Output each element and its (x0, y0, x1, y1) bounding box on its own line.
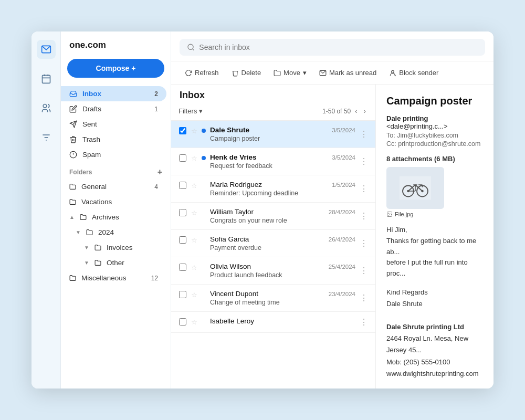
move-button[interactable]: Move ▾ (268, 66, 312, 80)
email-more-button[interactable]: ⋮ (360, 317, 368, 327)
email-content: Maria Rodriguez Reminder: Upcoming deadl… (210, 181, 328, 197)
email-row[interactable]: ☆ William Taylor Congrats on your new ro… (171, 203, 375, 230)
sender-name: Isabelle Leroy (210, 317, 351, 325)
email-checkbox[interactable] (178, 209, 187, 216)
general-badge: 4 (154, 183, 158, 191)
email-checkbox[interactable] (178, 236, 187, 244)
move-icon (274, 69, 281, 77)
email-more-button[interactable]: ⋮ (360, 293, 368, 303)
collapse-archives-icon: ▲ (69, 214, 75, 220)
sender-name: Dale Shrute (210, 126, 328, 134)
search-input[interactable] (199, 43, 478, 51)
search-box[interactable] (180, 39, 485, 56)
star-icon[interactable]: ☆ (191, 127, 197, 135)
delete-icon (232, 69, 239, 77)
email-checkbox[interactable] (178, 291, 187, 298)
email-date: 3/5/2024 (332, 127, 355, 133)
filters-button[interactable]: Filters ▾ (178, 107, 203, 115)
sidebar-item-general[interactable]: General 4 (61, 179, 166, 194)
sidebar-item-2024[interactable]: ▼ 2024 (61, 225, 166, 240)
email-row[interactable]: ☆ Vincent Dupont Change of meeting time … (171, 285, 375, 312)
email-more-button[interactable]: ⋮ (360, 266, 368, 276)
icon-bar (32, 32, 61, 388)
unread-dot (202, 156, 206, 160)
email-row[interactable]: ☆ Isabelle Leroy ⋮ (171, 312, 375, 333)
inbox-label: Inbox (82, 90, 101, 98)
sidebar-item-archives[interactable]: ▲ Archives (61, 209, 166, 225)
contacts-icon[interactable] (37, 99, 56, 118)
sidebar-item-trash[interactable]: Trash (61, 132, 166, 147)
email-more-button[interactable]: ⋮ (360, 238, 368, 248)
block-icon (389, 69, 396, 77)
next-page-button[interactable]: › (362, 106, 368, 116)
from-email: <dale@printing.c...> (386, 122, 448, 130)
sidebar-item-invoices[interactable]: ▼ Invoices (61, 240, 166, 255)
detail-from: Dale printing <dale@printing.c...> (386, 114, 483, 130)
email-date: 3/5/2024 (332, 154, 355, 161)
filter-chevron-icon: ▾ (199, 107, 203, 115)
prev-page-button[interactable]: ‹ (353, 106, 359, 116)
calendar-icon[interactable] (37, 69, 56, 88)
email-more-button[interactable]: ⋮ (360, 184, 368, 194)
from-name: Dale printing (386, 114, 428, 122)
email-date: 25/4/2024 (329, 264, 355, 270)
email-checkbox[interactable] (178, 127, 187, 134)
email-row[interactable]: ☆ Henk de Vries Request for feedback 3/5… (171, 148, 375, 175)
misc-badge: 12 (151, 275, 158, 282)
sender-name: Sofia Garcia (210, 235, 324, 243)
folder-archives-icon (80, 214, 87, 220)
mail-icon[interactable] (37, 40, 56, 59)
email-more-button[interactable]: ⋮ (360, 156, 368, 166)
sidebar-item-drafts[interactable]: Drafts 1 (61, 101, 166, 117)
email-date: 1/5/2024 (332, 182, 355, 188)
star-icon[interactable]: ☆ (191, 209, 197, 217)
star-icon[interactable]: ☆ (191, 264, 197, 271)
compose-button[interactable]: Compose + (67, 59, 164, 78)
email-more-button[interactable]: ⋮ (360, 211, 368, 221)
sidebar-item-sent[interactable]: Sent (61, 117, 166, 132)
read-dot (202, 208, 206, 212)
read-dot (202, 235, 206, 239)
star-icon[interactable]: ☆ (191, 236, 197, 244)
folder-misc-icon (69, 275, 76, 281)
email-row[interactable]: ☆ Dale Shrute Campaign poster 3/5/2024 ⋮ (171, 121, 375, 148)
star-icon[interactable]: ☆ (191, 154, 197, 162)
svg-line-18 (395, 75, 396, 76)
email-more-button[interactable]: ⋮ (360, 129, 368, 139)
email-checkbox[interactable] (178, 154, 187, 162)
refresh-button[interactable]: Refresh (180, 66, 224, 80)
email-content: Olivia Wilson Product launch feedback (210, 262, 324, 279)
email-checkbox[interactable] (178, 264, 187, 271)
email-row[interactable]: ☆ Olivia Wilson Product launch feedback … (171, 257, 375, 285)
sidebar-item-inbox[interactable]: Inbox 2 (61, 86, 166, 101)
email-checkbox[interactable] (178, 182, 187, 189)
block-sender-button[interactable]: Block sender (384, 66, 444, 80)
svg-rect-1 (42, 75, 50, 83)
add-folder-button[interactable]: + (158, 167, 162, 177)
star-icon[interactable]: ☆ (191, 291, 197, 299)
sidebar-item-vacations[interactable]: Vacations (61, 194, 166, 209)
sender-name: Vincent Dupont (210, 290, 324, 298)
email-content: Isabelle Leroy (210, 317, 351, 326)
mark-unread-button[interactable]: Mark as unread (314, 66, 382, 80)
vacations-label: Vacations (81, 198, 112, 206)
filters-label: Filters (178, 107, 197, 115)
invoices-label: Invoices (107, 244, 133, 251)
delete-button[interactable]: Delete (226, 66, 267, 80)
star-icon[interactable]: ☆ (191, 318, 197, 326)
email-row[interactable]: ☆ Maria Rodriguez Reminder: Upcoming dea… (171, 175, 375, 203)
inbox-badge: 2 (154, 90, 158, 98)
sidebar-item-spam[interactable]: Spam (61, 147, 166, 162)
email-date: 23/4/2024 (329, 291, 355, 297)
trash-icon (69, 135, 77, 143)
star-icon[interactable]: ☆ (191, 182, 197, 190)
filter-icon[interactable] (37, 128, 56, 147)
email-row[interactable]: ☆ Sofia Garcia Payment overdue 26/4/2024… (171, 230, 375, 257)
sidebar-item-miscellaneous[interactable]: Miscellaneous 12 (61, 270, 166, 286)
refresh-icon (185, 69, 192, 77)
unread-dot (202, 129, 206, 133)
email-checkbox[interactable] (178, 318, 187, 326)
email-signature: Kind Regards Dale Shrute Dale Shrute pri… (386, 287, 483, 380)
sidebar-item-other[interactable]: ▼ Other (61, 255, 166, 270)
folder-other-icon (94, 259, 101, 266)
